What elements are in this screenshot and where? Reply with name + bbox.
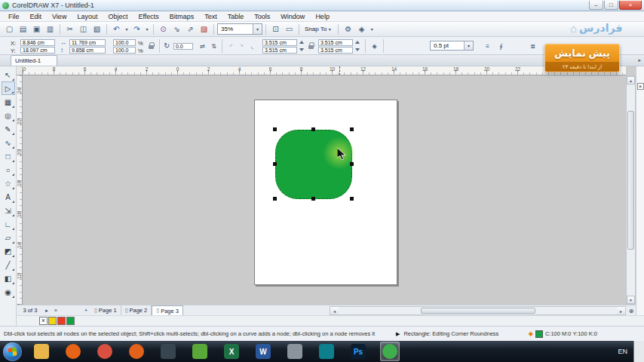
rotation-angle-field[interactable]: 0.0	[173, 43, 193, 50]
drop-shadow-tool[interactable]: ▱	[2, 231, 15, 244]
scalloped-corner-button[interactable]: ◝	[237, 41, 247, 51]
close-button[interactable]: ×	[619, 1, 642, 10]
relative-corner-scaling-button[interactable]: ◈	[370, 41, 379, 51]
next-page-button[interactable]: ▸	[42, 306, 51, 315]
page-tab-3[interactable]: ▯ Page 3	[152, 305, 183, 315]
page-tab-1[interactable]: ▯ Page 1	[90, 305, 121, 315]
scale-vertical-field[interactable]: 100.0	[113, 47, 136, 54]
selection-handle[interactable]	[273, 197, 277, 201]
options-gear-icon[interactable]: ⚙	[342, 23, 354, 35]
flip-horizontal-button[interactable]: ⇄	[198, 41, 207, 51]
corner-radius-bottom-right-field[interactable]: 3.515 cm	[318, 47, 353, 54]
publish-pdf-icon[interactable]: ▨	[198, 23, 210, 35]
last-page-button[interactable]: »	[51, 306, 60, 315]
search-content-icon[interactable]: ⊙	[157, 23, 170, 35]
menu-item[interactable]: Bitmaps	[164, 13, 200, 20]
import-icon[interactable]: ⇘	[170, 23, 183, 35]
application-launcher-icon[interactable]: ◈	[355, 23, 368, 35]
menu-item[interactable]: File	[3, 13, 25, 20]
excel-icon[interactable]: X	[222, 342, 241, 361]
menu-item[interactable]: Window	[275, 13, 310, 20]
menu-item[interactable]: Text	[199, 13, 222, 20]
corner-radius-stepper[interactable]	[354, 39, 360, 53]
polygon-tool[interactable]: ☆	[2, 176, 15, 190]
y-position-field[interactable]: 18.097 cm	[20, 47, 55, 54]
connector-tool[interactable]: ∟	[2, 217, 15, 231]
redo-icon[interactable]: ↷	[130, 23, 143, 35]
chamfered-corner-button[interactable]: ◟	[247, 41, 257, 51]
lock-ratio-icon[interactable]	[149, 45, 154, 49]
no-color-swatch[interactable]: ×	[39, 317, 48, 325]
show-rulers-icon[interactable]: ▭	[283, 23, 296, 35]
swatch-red[interactable]	[57, 317, 66, 325]
flip-vertical-button[interactable]: ⇅	[209, 41, 219, 51]
parallel-dimension-tool[interactable]: ⇲	[2, 204, 15, 217]
undo-dropdown-icon[interactable]: ▾	[124, 26, 130, 32]
pick-tool[interactable]: ↖	[2, 68, 15, 81]
copy-icon[interactable]: ◫	[77, 23, 90, 35]
selection-handle[interactable]	[350, 197, 354, 201]
x-position-field[interactable]: 8.846 cm	[20, 39, 55, 46]
artistic-media-tool[interactable]: ∿	[2, 136, 15, 149]
swatch-green[interactable]	[66, 317, 75, 325]
export-icon[interactable]: ⇗	[184, 23, 197, 35]
scale-horizontal-field[interactable]: 100.0	[113, 39, 136, 46]
explorer-icon[interactable]	[32, 342, 51, 361]
horizontal-scrollbar[interactable]: ◂ ▸	[330, 306, 626, 315]
fullscreen-preview-icon[interactable]: ⊡	[269, 23, 282, 35]
menu-item[interactable]: Object	[103, 13, 133, 20]
selection-handle[interactable]	[273, 162, 277, 166]
drawing-canvas[interactable]	[23, 75, 626, 305]
firefox-icon[interactable]	[63, 342, 83, 361]
word-icon[interactable]: W	[253, 342, 273, 361]
page-tab-2[interactable]: ▯ Page 2	[121, 305, 152, 315]
document-tab[interactable]: Untitled-1	[11, 55, 57, 66]
scroll-right-icon[interactable]: ▸	[617, 307, 625, 314]
scroll-down-icon[interactable]: ▼	[627, 296, 635, 304]
language-indicator[interactable]: EN	[618, 348, 627, 355]
edit-corners-together-icon[interactable]	[308, 45, 314, 49]
round-corner-button[interactable]: ◜	[226, 41, 236, 51]
gray-app-icon[interactable]	[285, 342, 305, 361]
teal-app-icon[interactable]	[317, 342, 336, 361]
selection-handle[interactable]	[311, 127, 315, 131]
vertical-scroll-thumb[interactable]	[627, 111, 634, 250]
selection-handle[interactable]	[311, 197, 315, 201]
menu-item[interactable]: Tools	[249, 13, 275, 20]
menu-item[interactable]: Edit	[25, 13, 48, 20]
text-tool[interactable]: A	[2, 190, 15, 204]
selection-handle[interactable]	[273, 127, 277, 131]
zoom-level-select[interactable]: 35% ▾	[217, 23, 262, 35]
vertical-scrollbar[interactable]: ▲ ▼	[626, 75, 636, 305]
show-desktop-button[interactable]	[633, 341, 644, 362]
coreldraw-icon[interactable]	[380, 342, 400, 361]
selection-handle[interactable]	[350, 127, 354, 131]
menu-item[interactable]: Table	[222, 13, 250, 20]
dark-app-icon[interactable]	[158, 342, 178, 361]
object-properties-button[interactable]: ≣	[528, 41, 538, 51]
new-document-icon[interactable]: ▢	[3, 23, 16, 35]
corner-radius-top-right-field[interactable]: 3.515 cm	[318, 39, 353, 46]
snap-to-button[interactable]: Snap To ▾	[302, 23, 335, 35]
paste-icon[interactable]: ▧	[90, 23, 103, 35]
interactive-fill-tool[interactable]: ◧	[2, 272, 15, 285]
cut-icon[interactable]: ✂	[63, 23, 76, 35]
object-width-field[interactable]: 11.769 cm	[69, 39, 106, 46]
horizontal-scroll-thumb[interactable]	[421, 308, 535, 314]
smart-fill-tool[interactable]: ◉	[2, 285, 15, 299]
open-icon[interactable]: ▤	[17, 23, 29, 35]
photoshop-icon[interactable]: Ps	[348, 342, 368, 361]
scroll-left-icon[interactable]: ◂	[330, 307, 339, 314]
corner-radius-stepper[interactable]	[299, 39, 305, 53]
rectangle-tool[interactable]: □	[2, 149, 15, 163]
menu-item[interactable]: Effects	[133, 13, 164, 20]
overflow-arrow-icon[interactable]: ▸	[638, 57, 641, 63]
object-height-field[interactable]: 9.858 cm	[69, 47, 106, 54]
zoom-tool[interactable]: ◎	[2, 109, 15, 122]
swatch-yellow[interactable]	[48, 317, 57, 325]
minimize-button[interactable]: –	[589, 1, 603, 10]
add-page-button[interactable]: +	[81, 306, 90, 315]
print-icon[interactable]: ▥	[44, 23, 57, 35]
menu-item[interactable]: Layout	[72, 13, 103, 20]
outline-width-select[interactable]: 0.5 pt ▾	[430, 41, 474, 51]
